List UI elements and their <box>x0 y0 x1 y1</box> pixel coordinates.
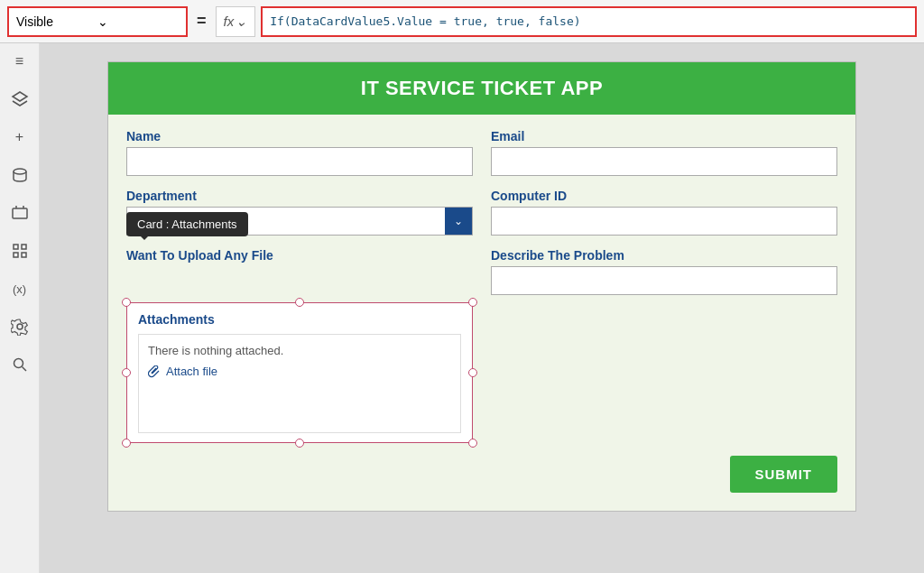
describe-input[interactable] <box>491 266 837 295</box>
main-content: ≡ + (x) IT SERVICE TICKET APP <box>0 43 924 573</box>
card-tooltip: Card : Attachments <box>126 212 248 236</box>
handle-br <box>468 439 477 448</box>
equals-sign: = <box>193 12 210 31</box>
attach-file-link[interactable]: Attach file <box>148 365 451 378</box>
name-label: Name <box>126 129 473 143</box>
app-header: IT SERVICE TICKET APP <box>108 62 855 115</box>
svg-point-10 <box>14 359 23 368</box>
computer-id-input[interactable] <box>491 207 837 236</box>
search-icon[interactable] <box>9 354 31 375</box>
email-label: Email <box>491 129 837 143</box>
name-input[interactable] <box>126 147 473 176</box>
fx-button[interactable]: fx ⌄ <box>216 6 256 37</box>
property-label: Visible <box>16 14 97 29</box>
hamburger-icon[interactable]: ≡ <box>9 51 31 72</box>
form-row-1: Name Email <box>126 129 837 176</box>
formula-input[interactable] <box>261 6 917 37</box>
media-icon[interactable] <box>9 202 31 224</box>
form-row-3: Want To Upload Any File Card : Attachmen… <box>126 248 837 443</box>
submit-row: SUBMIT <box>126 456 837 493</box>
app-body: Name Email Department ⌄ <box>108 115 855 511</box>
svg-point-1 <box>14 169 26 174</box>
draw-icon[interactable] <box>9 240 31 262</box>
no-attachment-text: There is nothing attached. <box>148 344 451 357</box>
chevron-down-icon: ⌄ <box>97 14 179 29</box>
describe-label: Describe The Problem <box>491 248 837 263</box>
email-field: Email <box>491 129 837 176</box>
app-card: IT SERVICE TICKET APP Name Email <box>107 61 856 512</box>
fx-label: fx <box>224 14 235 29</box>
svg-point-9 <box>17 324 23 329</box>
variable-icon[interactable]: (x) <box>9 278 31 300</box>
handle-bm <box>295 439 304 448</box>
handle-ml <box>122 368 131 377</box>
canvas-area: IT SERVICE TICKET APP Name Email <box>40 43 924 573</box>
handle-tl <box>122 298 131 307</box>
database-icon[interactable] <box>9 164 31 186</box>
svg-marker-0 <box>13 92 27 101</box>
computer-id-label: Computer ID <box>491 189 837 203</box>
department-label: Department <box>126 189 473 203</box>
paperclip-icon <box>148 365 161 378</box>
submit-button[interactable]: SUBMIT <box>730 456 838 493</box>
sidebar: ≡ + (x) <box>0 43 40 573</box>
email-input[interactable] <box>491 147 837 176</box>
app-title: IT SERVICE TICKET APP <box>361 77 603 99</box>
property-selector[interactable]: Visible ⌄ <box>7 6 188 37</box>
formula-bar: Visible ⌄ = fx ⌄ <box>0 0 924 43</box>
dropdown-chevron-icon[interactable]: ⌄ <box>445 208 472 235</box>
attachments-card: Attachments There is nothing attached. A… <box>126 302 473 443</box>
upload-field: Want To Upload Any File Card : Attachmen… <box>126 248 473 443</box>
handle-mr <box>468 368 477 377</box>
computer-id-field: Computer ID <box>491 189 837 236</box>
want-upload-label: Want To Upload Any File <box>126 248 473 263</box>
svg-rect-8 <box>22 253 26 257</box>
svg-rect-2 <box>13 208 27 218</box>
svg-line-11 <box>22 367 26 372</box>
svg-rect-7 <box>14 253 18 257</box>
name-field: Name <box>126 129 473 176</box>
attach-file-label: Attach file <box>166 365 217 378</box>
settings-icon[interactable] <box>9 316 31 337</box>
svg-rect-6 <box>22 245 26 249</box>
attachments-title: Attachments <box>138 312 461 327</box>
handle-tm <box>295 298 304 307</box>
handle-tr <box>468 298 477 307</box>
handle-bl <box>122 439 131 448</box>
fx-chevron: ⌄ <box>236 14 247 30</box>
svg-rect-5 <box>14 245 18 249</box>
describe-field: Describe The Problem <box>491 248 837 443</box>
layers-icon[interactable] <box>9 88 31 110</box>
add-icon[interactable]: + <box>9 126 31 148</box>
attachments-inner: There is nothing attached. Attach file <box>138 334 461 433</box>
